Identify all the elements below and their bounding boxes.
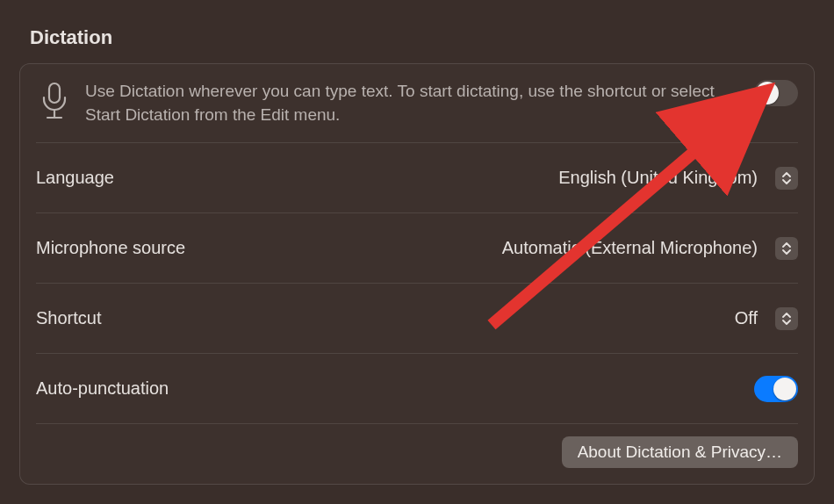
microphone-source-row[interactable]: Microphone source Automatic (External Mi… bbox=[36, 213, 798, 284]
shortcut-label: Shortcut bbox=[36, 308, 101, 328]
language-select-stepper[interactable] bbox=[775, 167, 798, 190]
svg-rect-0 bbox=[49, 83, 60, 103]
dictation-description: Use Dictation wherever you can type text… bbox=[85, 80, 742, 126]
microphone-source-value: Automatic (External Microphone) bbox=[198, 238, 763, 258]
panel-footer: About Dictation & Privacy… bbox=[36, 424, 798, 484]
language-value: English (United Kingdom) bbox=[126, 168, 763, 188]
language-row[interactable]: Language English (United Kingdom) bbox=[36, 143, 798, 213]
auto-punctuation-row: Auto-punctuation bbox=[36, 354, 798, 424]
shortcut-select-stepper[interactable] bbox=[775, 307, 798, 330]
dictation-toggle[interactable] bbox=[754, 80, 798, 106]
microphone-icon bbox=[36, 80, 73, 120]
microphone-source-select-stepper[interactable] bbox=[775, 237, 798, 260]
microphone-source-label: Microphone source bbox=[36, 238, 185, 258]
section-title: Dictation bbox=[30, 26, 815, 49]
shortcut-value: Off bbox=[113, 308, 763, 328]
about-dictation-privacy-button[interactable]: About Dictation & Privacy… bbox=[562, 436, 798, 468]
auto-punctuation-toggle[interactable] bbox=[754, 376, 798, 402]
language-label: Language bbox=[36, 168, 114, 188]
dictation-panel: Use Dictation wherever you can type text… bbox=[19, 63, 815, 485]
shortcut-row[interactable]: Shortcut Off bbox=[36, 284, 798, 354]
auto-punctuation-label: Auto-punctuation bbox=[36, 378, 169, 399]
dictation-intro-row: Use Dictation wherever you can type text… bbox=[36, 64, 798, 143]
